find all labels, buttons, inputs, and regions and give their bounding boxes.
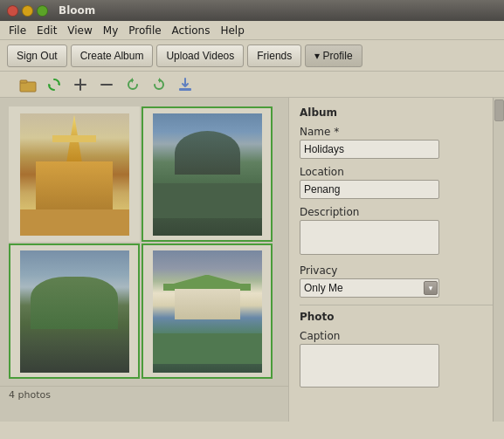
photo-row-1 <box>9 106 280 242</box>
menu-profile[interactable]: Profile <box>123 23 166 38</box>
album-section-header: Album <box>300 106 494 119</box>
privacy-label: Privacy <box>300 264 494 277</box>
svg-rect-0 <box>20 82 36 92</box>
description-label: Description <box>300 206 494 218</box>
location-field-group: Location <box>300 166 494 199</box>
close-button[interactable] <box>7 5 18 17</box>
maximize-button[interactable] <box>37 5 48 17</box>
scrollbar-thumb[interactable] <box>494 99 504 121</box>
refresh-icon[interactable] <box>44 74 65 95</box>
svg-rect-5 <box>179 88 191 91</box>
menu-edit[interactable]: Edit <box>31 23 62 38</box>
album-section: Album <box>300 106 494 119</box>
create-album-button[interactable]: Create Album <box>71 45 154 67</box>
photo-row-2 <box>9 244 280 379</box>
photo-section-header: Photo <box>300 311 494 323</box>
folder-open-icon[interactable] <box>17 74 38 95</box>
minimize-button[interactable] <box>22 5 33 17</box>
svg-rect-1 <box>20 80 27 83</box>
location-label: Location <box>300 166 494 178</box>
description-field-group: Description <box>300 206 494 257</box>
menu-view[interactable]: View <box>62 23 97 38</box>
photo-cell-2[interactable] <box>142 106 273 242</box>
window-title: Bloom <box>59 4 95 17</box>
right-panel: Album Name * Location Description Privac… <box>288 98 504 422</box>
friends-button[interactable]: Friends <box>247 45 301 67</box>
rotate-left-icon[interactable] <box>122 74 143 95</box>
caption-input[interactable] <box>300 344 439 388</box>
menu-my[interactable]: My <box>98 23 123 38</box>
location-input[interactable] <box>300 180 439 199</box>
download-icon[interactable] <box>175 74 196 95</box>
remove-photo-icon[interactable] <box>96 74 117 95</box>
menu-file[interactable]: File <box>3 23 31 38</box>
sign-out-button[interactable]: Sign Out <box>7 45 67 67</box>
photo-section: Photo <box>300 311 494 323</box>
rotate-right-icon[interactable] <box>148 74 169 95</box>
photo-count: 4 photos <box>9 389 51 401</box>
menubar: File Edit View My Profile Actions Help <box>0 21 504 40</box>
privacy-select-wrapper: Only Me Friends Public ▾ <box>300 278 439 298</box>
menu-help[interactable]: Help <box>215 23 249 38</box>
photo-cell-1[interactable] <box>9 106 140 242</box>
name-field-group: Name * <box>300 126 494 159</box>
add-photo-icon[interactable] <box>70 74 91 95</box>
name-label: Name * <box>300 126 494 138</box>
titlebar-buttons <box>7 5 48 17</box>
right-panel-scrollbar[interactable] <box>493 98 504 422</box>
main-toolbar: Sign Out Create Album Upload Videos Frie… <box>0 40 504 72</box>
privacy-field-group: Privacy Only Me Friends Public ▾ <box>300 264 494 298</box>
profile-button[interactable]: ▾ Profile <box>305 45 362 67</box>
titlebar: Bloom <box>0 0 504 21</box>
upload-videos-button[interactable]: Upload Videos <box>156 45 244 67</box>
photo-cell-3[interactable] <box>9 244 140 379</box>
caption-field-group: Caption <box>300 330 494 390</box>
menu-actions[interactable]: Actions <box>167 23 216 38</box>
icon-toolbar <box>0 72 504 98</box>
name-input[interactable] <box>300 140 439 159</box>
photo-grid <box>0 98 288 386</box>
description-input[interactable] <box>300 220 439 255</box>
privacy-select[interactable]: Only Me Friends Public <box>300 278 439 298</box>
divider-1 <box>300 305 494 305</box>
main-content: 4 photos Album Name * Location Descripti… <box>0 98 504 422</box>
caption-label: Caption <box>300 330 494 342</box>
photo-cell-4[interactable] <box>142 244 273 379</box>
statusbar: 4 photos <box>0 386 288 403</box>
